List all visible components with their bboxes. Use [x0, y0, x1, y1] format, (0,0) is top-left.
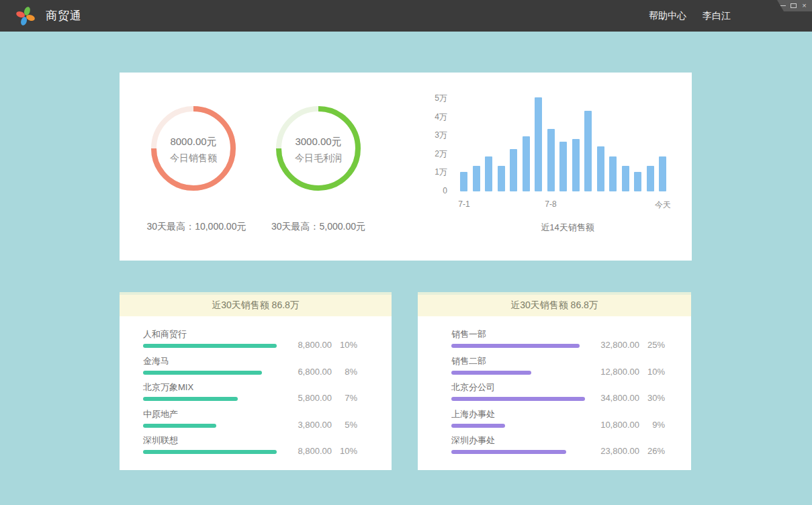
daily-sales-bar: [547, 129, 555, 192]
ranking-row-bar: [143, 424, 216, 428]
ranking-row-values: 10,800.009%: [590, 420, 665, 430]
today-sales-label: 今日销售额: [151, 152, 236, 165]
ranking-row-amount: 3,800.00: [282, 420, 332, 430]
donut-ring: [276, 106, 361, 191]
daily-sales-bar: [559, 142, 567, 191]
window-controls: ×: [773, 0, 812, 11]
daily-sales-bar: [634, 172, 641, 191]
ranking-row-percent: 10%: [639, 367, 665, 377]
ranking-row-values: 3,800.005%: [282, 420, 357, 430]
ranking-row-amount: 34,800.00: [590, 393, 639, 403]
pinwheel-logo-icon: [15, 5, 36, 27]
user-name-link[interactable]: 李白江: [703, 10, 731, 22]
ranking-row-label: 中原地产: [143, 409, 357, 420]
ranking-row-bar: [451, 371, 531, 375]
daily-sales-bar: [498, 166, 505, 192]
daily-sales-bar: [523, 136, 530, 192]
daily-sales-bar: [597, 146, 604, 191]
ranking-row-bar: [451, 397, 585, 401]
ranking-row-label: 北京分公司: [451, 382, 665, 393]
ranking-row: 北京万象MIX5,800.007%: [143, 382, 357, 409]
ranking-row-bar: [451, 344, 580, 348]
today-sales-donut: 8000.00元 今日销售额: [151, 106, 236, 191]
ranking-row-bar: [451, 424, 505, 428]
y-axis-tick: 3万: [428, 130, 447, 140]
today-profit-footnote: 30天最高：5,000.00元: [244, 221, 392, 233]
daily-sales-bar: [510, 149, 517, 191]
ranking-row-percent: 7%: [332, 393, 357, 403]
today-profit-value: 3000.00元: [276, 136, 361, 148]
x-axis-tick: 今天: [651, 199, 674, 211]
ranking-row-label: 销售一部: [451, 329, 665, 340]
maximize-icon[interactable]: [791, 3, 797, 9]
daily-sales-bar: [535, 97, 542, 191]
ranking-row: 北京分公司34,800.0030%: [451, 382, 665, 409]
customer-ranking-card: 近30天销售额 86.8万 人和商贸行8,800.0010%金海马6,800.0…: [120, 292, 392, 470]
ranking-row-percent: 26%: [639, 446, 665, 456]
ranking-row-label: 深圳办事处: [451, 435, 665, 446]
titlebar-nav: 帮助中心 李白江: [649, 0, 731, 32]
minimize-icon[interactable]: [780, 3, 786, 9]
ranking-row-values: 6,800.008%: [282, 367, 357, 377]
ranking-row-amount: 6,800.00: [282, 367, 332, 377]
close-icon[interactable]: ×: [801, 3, 807, 9]
help-center-link[interactable]: 帮助中心: [649, 10, 686, 22]
ranking-row-percent: 30%: [639, 393, 665, 403]
ranking-row-percent: 5%: [332, 420, 357, 430]
y-axis-tick: 4万: [428, 112, 447, 122]
ranking-row-amount: 5,800.00: [282, 393, 332, 403]
ranking-row-values: 5,800.007%: [282, 393, 357, 403]
ranking-row-percent: 8%: [332, 367, 357, 377]
daily-sales-bar: [572, 139, 580, 191]
app-title: 商贸通: [46, 0, 82, 32]
ranking-row-values: 32,800.0025%: [590, 340, 665, 350]
daily-sales-bar: [584, 111, 592, 191]
ranking-row-label: 人和商贸行: [143, 329, 357, 340]
daily-sales-bar: [485, 156, 492, 191]
ranking-row-amount: 12,800.00: [590, 367, 639, 377]
ranking-row-percent: 9%: [639, 420, 665, 430]
ranking-row-values: 8,800.0010%: [282, 340, 357, 350]
today-sales-value: 8000.00元: [151, 136, 236, 148]
donut-ring: [151, 106, 236, 191]
daily-sales-bar: [460, 172, 467, 191]
titlebar: 商贸通 帮助中心 李白江 ×: [0, 0, 812, 32]
y-axis-tick: 0: [428, 186, 447, 195]
customer-ranking-rows: 人和商贸行8,800.0010%金海马6,800.008%北京万象MIX5,80…: [120, 316, 392, 462]
ranking-row-bar: [451, 450, 566, 454]
y-axis-tick: 1万: [428, 167, 447, 177]
ranking-row-amount: 8,800.00: [282, 446, 332, 456]
ranking-row-percent: 10%: [332, 340, 357, 350]
daily-bars: [460, 92, 670, 191]
ranking-row: 深圳联想8,800.0010%: [143, 435, 357, 462]
ranking-row-label: 上海办事处: [451, 409, 665, 420]
ranking-row: 中原地产3,800.005%: [143, 409, 357, 436]
daily-sales-bar: [609, 156, 617, 191]
ranking-row: 人和商贸行8,800.0010%: [143, 329, 357, 356]
ranking-row-values: 23,800.0026%: [590, 446, 665, 456]
ranking-row-label: 销售二部: [451, 356, 665, 367]
x-axis-tick: 7-8: [539, 199, 562, 209]
daily-sales-bar: [659, 156, 666, 191]
ranking-row-values: 12,800.0010%: [590, 367, 665, 377]
ranking-row: 销售二部12,800.0010%: [451, 356, 665, 383]
ranking-row-amount: 23,800.00: [590, 446, 639, 456]
daily-sales-chart: 5万 4万 3万 2万 1万 0 7-1 7-8 今天 近14天销售额: [428, 92, 678, 243]
today-profit-donut: 3000.00元 今日毛利润: [276, 106, 361, 191]
department-ranking-rows: 销售一部32,800.0025%销售二部12,800.0010%北京分公司34,…: [418, 316, 691, 462]
ranking-row-label: 北京万象MIX: [143, 382, 357, 393]
ranking-row-bar: [143, 371, 262, 375]
ranking-row: 深圳办事处23,800.0026%: [451, 435, 665, 462]
customer-ranking-title: 近30天销售额 86.8万: [120, 292, 392, 316]
ranking-row-bar: [143, 397, 238, 401]
ranking-row-percent: 10%: [332, 446, 357, 456]
today-profit-label: 今日毛利润: [276, 152, 361, 165]
ranking-row-label: 金海马: [143, 356, 357, 367]
x-axis-tick: 7-1: [453, 199, 476, 209]
ranking-row-label: 深圳联想: [143, 435, 357, 446]
ranking-row-amount: 10,800.00: [590, 420, 639, 430]
daily-sales-bar: [647, 166, 654, 192]
ranking-row-bar: [143, 344, 277, 348]
ranking-row-percent: 25%: [639, 340, 665, 350]
ranking-row-values: 8,800.0010%: [282, 446, 357, 456]
